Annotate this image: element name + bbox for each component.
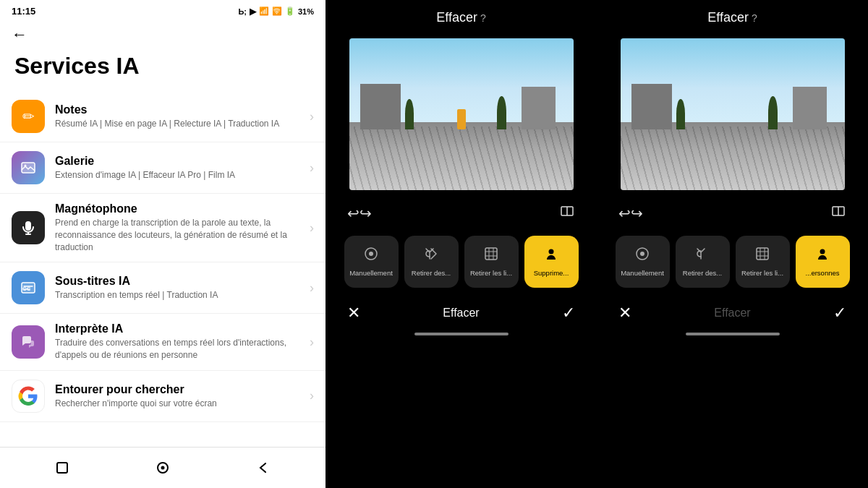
battery-icon: 🔋 (285, 7, 295, 16)
right-check-icon[interactable]: ✓ (833, 304, 846, 322)
svg-point-15 (369, 252, 373, 256)
entourer-icon (12, 380, 45, 413)
person-figure (457, 109, 466, 129)
sous-titres-icon: CC (12, 271, 45, 304)
bottom-nav (0, 447, 326, 488)
galerie-desc: Extension d'image IA | Effaceur IA Pro |… (55, 169, 304, 181)
svg-point-31 (820, 249, 825, 254)
right-building-right (793, 87, 827, 129)
right-redo-icon[interactable]: ↪ (631, 205, 643, 222)
middle-help-icon[interactable]: ? (480, 12, 486, 24)
right-tool-personnes[interactable]: ...ersonnes (796, 236, 850, 288)
services-list: ✏ Notes Résumé IA | Mise en page IA | Re… (0, 91, 326, 447)
tool-manuellement-label: Manuellement (349, 269, 393, 277)
right-home-indicator (686, 333, 780, 335)
middle-photo (349, 38, 574, 190)
right-tool-retirer-li-icon (754, 246, 770, 266)
right-cancel-icon[interactable]: ✕ (618, 304, 631, 322)
tool-retirer-des-icon (423, 246, 439, 266)
right-tool-retirer-li[interactable]: Retirer les li... (736, 236, 790, 288)
tool-retirer-li-icon (483, 246, 499, 266)
building-right (522, 87, 556, 129)
right-photo (621, 38, 845, 190)
middle-cancel-icon[interactable]: ✕ (347, 304, 360, 322)
service-item-notes[interactable]: ✏ Notes Résumé IA | Mise en page IA | Re… (0, 91, 326, 142)
wifi-icon: 🛜 (272, 7, 282, 16)
sous-titres-chevron: › (310, 281, 314, 296)
right-panel: Effacer ? ↩ ↪ (597, 0, 868, 488)
right-tool-retirer-li-label: Retirer les li... (741, 269, 783, 277)
magnetophone-chevron: › (310, 221, 314, 236)
notes-name: Notes (55, 103, 304, 116)
middle-panel: Effacer ? ↩ ↪ (326, 0, 597, 488)
tool-retirer-des-label: Retirer des... (412, 269, 451, 277)
nav-square-button[interactable] (52, 458, 72, 478)
right-photo-placeholder (621, 38, 845, 190)
sous-titres-desc: Transcription en temps réel | Traduction… (55, 289, 304, 301)
undo-icon[interactable]: ↩ (347, 205, 359, 222)
interprete-chevron: › (310, 335, 314, 350)
svg-rect-16 (485, 248, 497, 260)
interprete-name: Interprète IA (55, 322, 304, 335)
right-tool-manuellement[interactable]: Manuellement (616, 236, 670, 288)
tree-right (497, 96, 506, 129)
aspect-icon[interactable] (559, 203, 575, 223)
right-bottom-actions: ✕ Effacer ✓ (597, 294, 868, 330)
right-help-icon[interactable]: ? (752, 12, 757, 24)
entourer-name: Entourer pour chercher (55, 383, 304, 396)
right-toolbar: ↩ ↪ (597, 190, 868, 236)
building-left (360, 84, 401, 129)
middle-home-indicator (414, 333, 509, 335)
middle-header: Effacer ? (326, 0, 597, 33)
home-icon (155, 460, 171, 476)
galerie-icon-svg (20, 159, 37, 176)
service-item-galerie[interactable]: Galerie Extension d'image IA | Effaceur … (0, 142, 326, 194)
service-item-entourer[interactable]: Entourer pour chercher Rechercher n'impo… (0, 371, 326, 422)
service-item-interprete[interactable]: Interprète IA Traduire des conversations… (0, 314, 326, 371)
entourer-desc: Rechercher n'importe quoi sur votre écra… (55, 398, 304, 410)
right-title: Effacer (707, 10, 749, 25)
media-icon: ▶ (250, 7, 256, 17)
middle-check-icon[interactable]: ✓ (562, 304, 575, 322)
tool-supprimer[interactable]: Supprime... (524, 236, 579, 288)
tree-left (405, 99, 414, 129)
entourer-chevron: › (310, 388, 314, 403)
left-panel: 11:15 Ь; ▶ 📶 🛜 🔋 31% ← Services IA ✏ Not… (0, 0, 326, 488)
square-icon (54, 460, 70, 476)
right-tool-buttons: Manuellement Retirer des... (597, 236, 868, 288)
middle-confirm-label: Effacer (443, 307, 479, 320)
tool-supprimer-icon (543, 246, 559, 266)
nav-home-button[interactable] (153, 458, 173, 478)
notes-text: Notes Résumé IA | Mise en page IA | Rele… (55, 103, 304, 130)
middle-bottom-actions: ✕ Effacer ✓ (326, 294, 597, 330)
magnetophone-text: Magnétophone Prend en charge la transcri… (55, 202, 304, 253)
sous-titres-name: Sous-titres IA (55, 275, 304, 288)
back-button[interactable]: ← (0, 20, 326, 50)
tool-retirer-li[interactable]: Retirer les li... (464, 236, 519, 288)
nav-back-button[interactable] (253, 458, 273, 478)
galerie-name: Galerie (55, 155, 304, 168)
notes-icon-symbol: ✏ (22, 108, 35, 125)
right-tool-retirer-des-label: Retirer des... (683, 269, 722, 277)
middle-photo-placeholder (349, 38, 574, 190)
right-tool-personnes-label: ...ersonnes (806, 269, 840, 277)
magnetophone-icon-svg (20, 219, 37, 236)
sous-titres-icon-svg: CC (20, 279, 37, 296)
service-item-sous-titres[interactable]: CC Sous-titres IA Transcription en temps… (0, 262, 326, 314)
tool-retirer-des[interactable]: Retirer des... (404, 236, 459, 288)
middle-title: Effacer (436, 10, 477, 25)
right-confirm-label: Effacer (714, 307, 750, 320)
svg-rect-9 (57, 463, 67, 473)
middle-toolbar: ↩ ↪ (326, 190, 597, 236)
interprete-desc: Traduire des conversations en temps réel… (55, 337, 304, 361)
right-building-left (631, 84, 672, 129)
right-aspect-icon[interactable] (830, 203, 846, 223)
redo-icon[interactable]: ↪ (359, 205, 372, 222)
interprete-icon-svg (20, 333, 37, 351)
service-item-magnetophone[interactable]: Magnétophone Prend en charge la transcri… (0, 194, 326, 262)
right-tool-retirer-des[interactable]: Retirer des... (676, 236, 730, 288)
tool-manuellement[interactable]: Manuellement (344, 236, 399, 288)
status-bar: 11:15 Ь; ▶ 📶 🛜 🔋 31% (0, 0, 326, 20)
svg-rect-26 (757, 248, 768, 260)
right-undo-icon[interactable]: ↩ (618, 205, 631, 222)
